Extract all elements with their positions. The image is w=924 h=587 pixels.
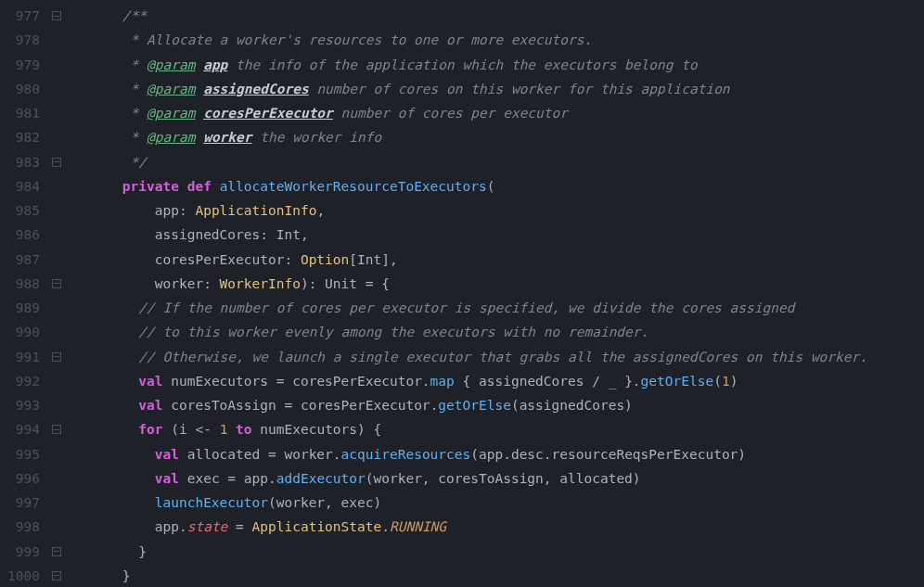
code-line[interactable]: val numExecutors = coresPerExecutor.map … <box>90 369 924 393</box>
token-p <box>90 447 155 462</box>
fold-cell[interactable] <box>45 272 68 296</box>
fold-cell[interactable] <box>45 150 68 174</box>
code-line[interactable]: launchExecutor(worker, exec) <box>90 491 924 515</box>
code-line[interactable]: val allocated = worker.acquireResources(… <box>90 442 924 466</box>
token-const: RUNNING <box>390 519 446 534</box>
token-fn: addExecutor <box>276 471 366 486</box>
token-p: (worker, exec) <box>268 495 381 510</box>
fold-cell[interactable] <box>45 564 68 587</box>
token-kw: private <box>122 179 179 194</box>
fold-cell <box>45 248 68 272</box>
code-line[interactable]: app: ApplicationInfo, <box>90 198 924 223</box>
code-line[interactable]: } <box>90 540 924 564</box>
token-p: exec = app. <box>179 471 276 486</box>
token-p: ): Unit = { <box>301 276 390 291</box>
token-p <box>179 179 187 194</box>
code-line[interactable]: coresPerExecutor: Option[Int], <box>90 248 924 272</box>
fold-cell[interactable] <box>45 417 68 441</box>
fold-cell <box>45 466 68 491</box>
code-line[interactable]: assignedCores: Int, <box>90 223 924 247</box>
token-doc: */ <box>90 155 147 170</box>
line-number: 992 <box>7 369 40 393</box>
code-line[interactable]: /** <box>90 4 924 28</box>
code-editor[interactable]: 9779789799809819829839849859869879889899… <box>0 0 924 587</box>
code-line[interactable]: * @param coresPerExecutor number of core… <box>90 101 924 125</box>
token-p: ) <box>730 374 738 389</box>
code-line[interactable]: * @param app the info of the application… <box>90 53 924 77</box>
token-doc <box>195 82 203 96</box>
token-p: (worker, coresToAssign, allocated) <box>366 471 641 486</box>
line-number: 984 <box>7 174 40 198</box>
token-pn: worker <box>203 130 251 145</box>
line-number: 988 <box>7 272 40 296</box>
fold-cell <box>45 174 68 198</box>
fold-icon[interactable] <box>52 158 61 167</box>
code-line[interactable]: app.state = ApplicationState.RUNNING <box>90 515 924 539</box>
token-doc: * <box>90 130 147 145</box>
code-line[interactable]: for (i <- 1 to numExecutors) { <box>90 417 924 441</box>
line-number: 998 <box>7 515 40 539</box>
token-p <box>90 325 138 339</box>
line-number: 997 <box>7 491 40 515</box>
token-p: numExecutors = coresPerExecutor. <box>163 374 430 389</box>
token-field: state <box>187 519 228 534</box>
code-line[interactable]: * @param worker the worker info <box>90 125 924 149</box>
token-doc: the info of the application which the ex… <box>227 57 697 72</box>
code-line[interactable]: worker: WorkerInfo): Unit = { <box>90 272 924 296</box>
token-doc: /** <box>122 8 147 23</box>
token-p <box>90 300 138 315</box>
line-number: 990 <box>7 320 40 344</box>
token-pn: assignedCores <box>203 82 309 96</box>
token-fn: launchExecutor <box>155 495 268 510</box>
fold-column <box>45 0 68 587</box>
fold-icon[interactable] <box>52 352 61 362</box>
token-kw: def <box>187 179 212 194</box>
fold-icon[interactable] <box>52 279 61 288</box>
code-line[interactable]: // to this worker evenly among the execu… <box>90 320 924 344</box>
token-p <box>90 471 155 486</box>
code-line[interactable]: } <box>90 564 924 587</box>
fold-cell[interactable] <box>45 540 68 564</box>
token-kw: val <box>155 447 179 462</box>
code-line[interactable]: val exec = app.addExecutor(worker, cores… <box>90 466 924 491</box>
token-p: [Int], <box>349 252 397 267</box>
token-c: // to this worker evenly among the execu… <box>138 325 648 339</box>
fold-cell <box>45 442 68 466</box>
fold-cell <box>45 393 68 417</box>
code-line[interactable]: */ <box>90 150 924 174</box>
code-line[interactable]: private def allocateWorkerResourceToExec… <box>90 174 924 198</box>
token-fn: acquireResources <box>341 447 471 462</box>
token-p: assignedCores: Int, <box>90 227 309 242</box>
token-p: } <box>90 544 147 559</box>
token-p <box>90 422 138 437</box>
token-p: worker: <box>90 276 220 291</box>
fold-icon[interactable] <box>52 425 61 434</box>
fold-icon[interactable] <box>52 11 61 20</box>
code-line[interactable]: * @param assignedCores number of cores o… <box>90 77 924 101</box>
token-p: (i <- <box>163 422 220 437</box>
token-ty: ApplicationState <box>252 519 382 534</box>
fold-cell <box>45 223 68 247</box>
fold-cell <box>45 320 68 344</box>
code-line[interactable]: // Otherwise, we launch a single executo… <box>90 345 924 369</box>
token-ty: WorkerInfo <box>220 276 301 291</box>
fold-cell <box>45 53 68 77</box>
fold-cell[interactable] <box>45 345 68 369</box>
line-number: 995 <box>7 442 40 466</box>
token-p: app. <box>90 519 187 534</box>
fold-cell[interactable] <box>45 4 68 28</box>
code-line[interactable]: // If the number of cores per executor i… <box>90 296 924 320</box>
fold-icon[interactable] <box>52 571 61 581</box>
token-p <box>90 495 155 510</box>
code-line[interactable]: val coresToAssign = coresPerExecutor.get… <box>90 393 924 417</box>
fold-cell <box>45 28 68 52</box>
code-line[interactable]: * Allocate a worker's resources to one o… <box>90 28 924 52</box>
token-tag: @param <box>147 82 195 96</box>
token-p: = <box>227 519 251 534</box>
token-p <box>227 422 236 437</box>
token-num: 1 <box>722 374 730 389</box>
token-p: allocated = worker. <box>179 447 341 462</box>
code-area[interactable]: /** * Allocate a worker's resources to o… <box>68 0 924 587</box>
token-p <box>90 374 138 389</box>
fold-icon[interactable] <box>52 547 61 556</box>
